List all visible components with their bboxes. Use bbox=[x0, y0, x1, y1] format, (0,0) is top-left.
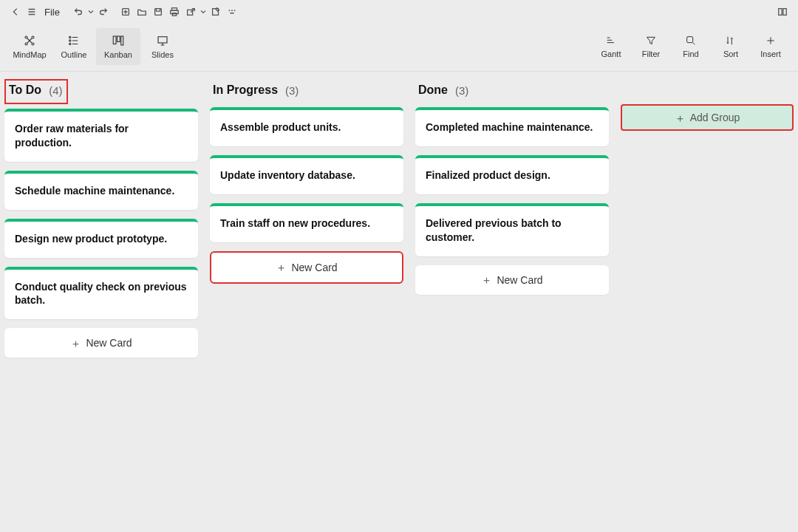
tool-sort[interactable]: Sort bbox=[711, 28, 751, 65]
file-menu[interactable]: File bbox=[40, 7, 64, 18]
svg-rect-16 bbox=[113, 36, 116, 44]
svg-rect-4 bbox=[172, 13, 176, 16]
kanban-card[interactable]: Finalized product design. bbox=[415, 155, 609, 194]
view-kanban[interactable]: Kanban bbox=[96, 28, 140, 65]
kanban-card[interactable]: Update inventory database. bbox=[210, 155, 403, 194]
column-count: (3) bbox=[455, 84, 468, 97]
card-title: Update inventory database. bbox=[210, 158, 403, 194]
svg-rect-7 bbox=[779, 9, 782, 16]
view-kanban-label: Kanban bbox=[104, 50, 132, 59]
tool-gantt[interactable]: Gantt bbox=[591, 28, 631, 65]
view-mindmap[interactable]: MindMap bbox=[7, 28, 52, 65]
column-header[interactable]: In Progress(3) bbox=[210, 79, 403, 107]
print-icon[interactable] bbox=[166, 4, 183, 20]
card-title: Completed machine maintenance. bbox=[415, 110, 609, 146]
column-title: In Progress bbox=[213, 83, 278, 97]
svg-point-13 bbox=[69, 36, 71, 38]
kanban-card[interactable]: Order raw materials for production. bbox=[4, 109, 198, 162]
column-count: (3) bbox=[285, 84, 299, 97]
new-card-label: New Card bbox=[291, 262, 337, 273]
plus-icon: ＋ bbox=[675, 112, 686, 123]
toolbar: MindMap Outline Kanban Slides Gantt Filt… bbox=[0, 21, 798, 72]
column-title: To Do bbox=[9, 83, 41, 97]
new-card-button[interactable]: ＋New Card bbox=[210, 251, 403, 284]
svg-rect-18 bbox=[121, 36, 123, 45]
new-card-button[interactable]: ＋New Card bbox=[4, 328, 198, 358]
new-file-icon[interactable] bbox=[117, 4, 134, 20]
kanban-card[interactable]: Schedule machine maintenance. bbox=[4, 171, 198, 210]
menu-icon[interactable] bbox=[24, 4, 40, 20]
card-title: Finalized product design. bbox=[415, 158, 609, 194]
view-mindmap-label: MindMap bbox=[13, 50, 46, 59]
new-card-label: New Card bbox=[86, 337, 132, 349]
titlebar: File bbox=[0, 0, 798, 21]
undo-icon[interactable] bbox=[70, 4, 86, 20]
svg-point-15 bbox=[69, 43, 71, 44]
plus-icon: ＋ bbox=[70, 338, 81, 349]
view-mode-tabs: MindMap Outline Kanban Slides bbox=[7, 28, 185, 65]
kanban-column: In Progress(3)Assemble product units.Upd… bbox=[210, 79, 403, 284]
save-icon[interactable] bbox=[150, 4, 166, 20]
column-title: Done bbox=[418, 83, 448, 97]
svg-rect-8 bbox=[783, 9, 786, 16]
card-title: Order raw materials for production. bbox=[4, 112, 198, 162]
column-header[interactable]: Done(3) bbox=[415, 79, 609, 107]
card-title: Delivered previous batch to customer. bbox=[415, 206, 609, 256]
column-header[interactable]: To Do(4) bbox=[4, 79, 68, 104]
card-title: Schedule machine maintenance. bbox=[4, 174, 198, 210]
tool-find-label: Find bbox=[683, 50, 698, 58]
kanban-card[interactable]: Design new product prototype. bbox=[4, 219, 198, 258]
add-group-button[interactable]: ＋ Add Group bbox=[621, 104, 794, 131]
card-title: Conduct quality check on previous batch. bbox=[4, 270, 198, 320]
tool-insert[interactable]: Insert bbox=[751, 28, 791, 65]
view-outline-label: Outline bbox=[61, 50, 87, 59]
tool-sort-label: Sort bbox=[723, 50, 738, 58]
svg-point-9 bbox=[25, 36, 27, 38]
svg-point-12 bbox=[32, 43, 34, 45]
kanban-card[interactable]: Delivered previous batch to customer. bbox=[415, 203, 609, 256]
share-icon[interactable] bbox=[183, 4, 199, 20]
new-card-button[interactable]: ＋New Card bbox=[415, 265, 609, 295]
more-icon[interactable] bbox=[224, 4, 240, 20]
kanban-card[interactable]: Train staff on new procedures. bbox=[210, 203, 403, 242]
svg-point-14 bbox=[69, 40, 71, 41]
chevron-down-icon[interactable] bbox=[86, 4, 95, 20]
tool-group: Gantt Filter Find Sort Insert bbox=[591, 28, 791, 65]
column-count: (4) bbox=[49, 84, 62, 97]
redo-icon[interactable] bbox=[95, 4, 112, 20]
svg-rect-17 bbox=[117, 36, 120, 42]
plus-icon: ＋ bbox=[276, 262, 287, 273]
svg-rect-19 bbox=[158, 37, 167, 43]
view-slides[interactable]: Slides bbox=[140, 28, 185, 65]
kanban-card[interactable]: Conduct quality check on previous batch. bbox=[4, 267, 198, 320]
svg-point-11 bbox=[25, 43, 27, 45]
chevron-down-icon[interactable] bbox=[199, 4, 208, 20]
tool-gantt-label: Gantt bbox=[601, 50, 621, 58]
tool-filter-label: Filter bbox=[642, 50, 660, 58]
plus-icon: ＋ bbox=[481, 274, 492, 285]
kanban-card[interactable]: Completed machine maintenance. bbox=[415, 107, 609, 146]
open-icon[interactable] bbox=[134, 4, 150, 20]
card-title: Design new product prototype. bbox=[4, 222, 198, 258]
kanban-card[interactable]: Assemble product units. bbox=[210, 107, 403, 146]
svg-point-10 bbox=[32, 36, 34, 38]
kanban-column: Done(3)Completed machine maintenance.Fin… bbox=[415, 79, 609, 295]
edit-icon[interactable] bbox=[208, 4, 224, 20]
tool-insert-label: Insert bbox=[760, 50, 781, 58]
card-title: Assemble product units. bbox=[210, 110, 403, 146]
back-icon[interactable] bbox=[7, 4, 24, 20]
tool-filter[interactable]: Filter bbox=[631, 28, 671, 65]
add-group-label: Add Group bbox=[690, 112, 740, 123]
svg-rect-20 bbox=[687, 37, 693, 43]
tool-find[interactable]: Find bbox=[671, 28, 711, 65]
card-title: Train staff on new procedures. bbox=[210, 206, 403, 242]
view-slides-label: Slides bbox=[151, 50, 174, 59]
new-card-label: New Card bbox=[497, 274, 542, 286]
view-outline[interactable]: Outline bbox=[52, 28, 96, 65]
kanban-column: To Do(4)Order raw materials for producti… bbox=[4, 79, 198, 358]
panel-icon[interactable] bbox=[774, 4, 791, 20]
kanban-board: To Do(4)Order raw materials for producti… bbox=[0, 72, 798, 531]
